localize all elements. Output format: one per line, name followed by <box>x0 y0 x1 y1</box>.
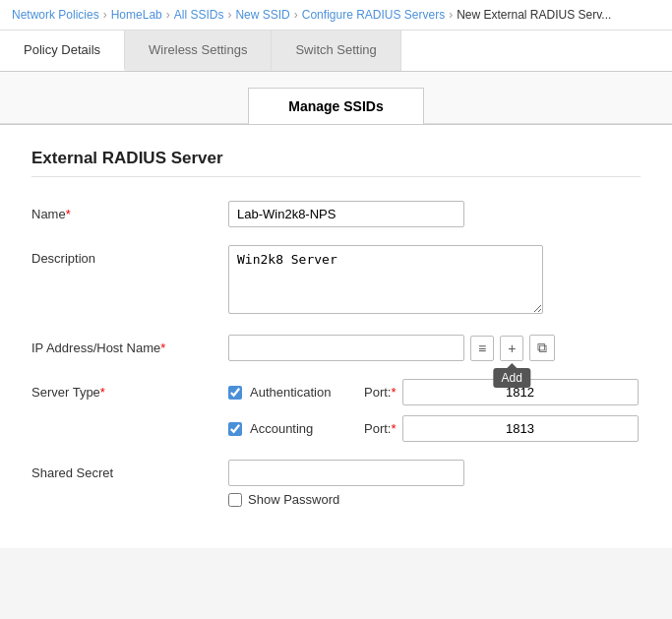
description-textarea[interactable]: Win2k8 Server <box>228 245 543 314</box>
description-label: Description <box>31 245 228 266</box>
breadcrumb-sep-1: › <box>103 8 107 22</box>
breadcrumb-homelab[interactable]: HomeLab <box>111 8 162 22</box>
show-password-label: Show Password <box>248 492 339 507</box>
name-label: Name* <box>31 201 228 221</box>
shared-secret-row: Shared Secret Show Password <box>31 460 641 507</box>
breadcrumb: Network Policies › HomeLab › All SSIDs ›… <box>0 0 672 31</box>
breadcrumb-network-policies[interactable]: Network Policies <box>12 8 99 22</box>
breadcrumb-new-ssid[interactable]: New SSID <box>235 8 289 22</box>
copy-icon: ⧉ <box>537 340 547 355</box>
auth-port-label: Port:* <box>364 385 397 400</box>
shared-secret-input[interactable] <box>228 460 464 486</box>
shared-secret-control: Show Password <box>228 460 641 507</box>
server-type-control: Authentication Port:* Accounting Port:* <box>228 379 641 442</box>
show-password-checkbox[interactable] <box>228 493 242 507</box>
manage-ssids-button[interactable]: Manage SSIDs <box>248 88 423 124</box>
accounting-label: Accounting <box>250 421 348 436</box>
acct-port-input[interactable] <box>402 415 639 442</box>
description-control: Win2k8 Server <box>228 245 641 317</box>
server-type-label: Server Type* <box>31 379 228 400</box>
list-icon-button[interactable]: ≡ <box>470 336 494 361</box>
breadcrumb-new-external-radius: New External RADIUS Serv... <box>457 8 611 22</box>
breadcrumb-sep-5: › <box>449 8 453 22</box>
tab-wireless-settings[interactable]: Wireless Settings <box>125 31 272 71</box>
list-icon: ≡ <box>478 340 486 356</box>
authentication-label: Authentication <box>250 385 348 400</box>
breadcrumb-sep-4: › <box>294 8 298 22</box>
copy-button[interactable]: ⧉ <box>529 335 555 361</box>
tab-policy-details[interactable]: Policy Details <box>0 31 125 71</box>
shared-secret-label: Shared Secret <box>31 460 228 480</box>
accounting-option: Accounting Port:* <box>228 415 641 442</box>
ip-row: ≡ + Add ⧉ <box>228 335 641 361</box>
add-icon: + <box>508 340 516 356</box>
server-type-options: Authentication Port:* Accounting Port:* <box>228 379 641 442</box>
server-type-row: Server Type* Authentication Port:* <box>31 379 641 442</box>
description-row: Description Win2k8 Server <box>31 245 641 317</box>
breadcrumb-sep-3: › <box>227 8 231 22</box>
acct-port-group: Port:* <box>364 415 639 442</box>
external-radius-section: External RADIUS Server Name* Description… <box>0 124 672 548</box>
tabs-bar: Policy Details Wireless Settings Switch … <box>0 31 672 72</box>
ip-address-label: IP Address/Host Name* <box>31 335 228 355</box>
add-button[interactable]: + Add <box>500 336 523 361</box>
section-title: External RADIUS Server <box>31 149 641 177</box>
authentication-checkbox[interactable] <box>228 386 242 400</box>
add-tooltip: Add <box>494 368 530 388</box>
name-control <box>228 201 641 227</box>
name-input[interactable] <box>228 201 464 227</box>
name-row: Name* <box>31 201 641 227</box>
breadcrumb-all-ssids[interactable]: All SSIDs <box>174 8 224 22</box>
manage-ssids-bar: Manage SSIDs <box>0 72 672 124</box>
breadcrumb-sep-2: › <box>166 8 170 22</box>
tab-switch-setting[interactable]: Switch Setting <box>272 31 400 71</box>
accounting-checkbox[interactable] <box>228 422 242 436</box>
ip-address-input[interactable] <box>228 335 464 361</box>
breadcrumb-configure-radius[interactable]: Configure RADIUS Servers <box>302 8 445 22</box>
show-password-row: Show Password <box>228 492 641 507</box>
acct-port-label: Port:* <box>364 421 397 436</box>
ip-address-control: ≡ + Add ⧉ <box>228 335 641 361</box>
authentication-option: Authentication Port:* <box>228 379 641 405</box>
ip-address-row: IP Address/Host Name* ≡ + Add ⧉ <box>31 335 641 361</box>
